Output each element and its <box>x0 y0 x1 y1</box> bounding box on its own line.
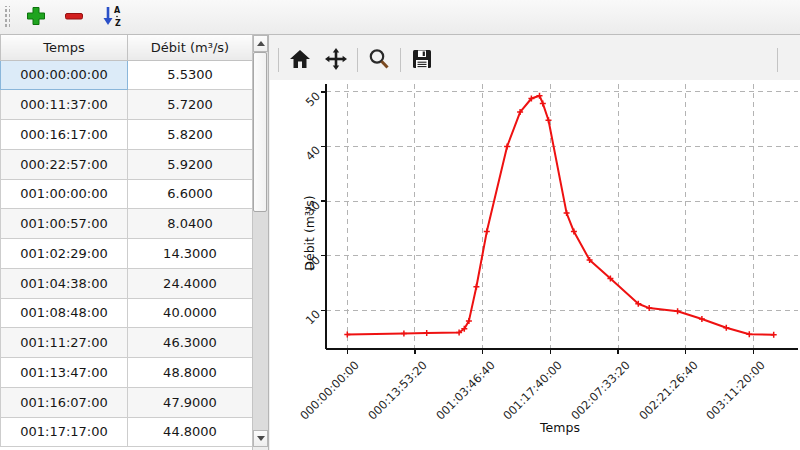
cell-debit[interactable]: 48.8000 <box>128 358 253 388</box>
x-axis-label: Temps <box>540 420 580 435</box>
cell-temps[interactable]: 001:17:17:00 <box>1 417 128 447</box>
cell-temps[interactable]: 000:16:17:00 <box>1 120 128 150</box>
chart-panel: 000:00:00:00000:13:53:20001:03:46:40001:… <box>270 35 800 450</box>
cell-temps[interactable]: 001:11:27:00 <box>1 328 128 358</box>
table-row: 001:00:00:006.6000 <box>1 179 253 209</box>
sort-az-icon: A Z <box>100 4 124 31</box>
table-row: 001:00:57:008.0400 <box>1 209 253 239</box>
toolbar-grip-handle[interactable] <box>3 6 10 28</box>
home-icon <box>288 47 312 74</box>
cell-temps[interactable]: 001:08:48:00 <box>1 298 128 328</box>
cell-temps[interactable]: 000:00:00:00 <box>1 60 128 90</box>
column-header-temps[interactable]: Temps <box>1 35 128 60</box>
sort-button[interactable]: A Z <box>98 3 126 31</box>
table-row: 001:08:48:0040.0000 <box>1 298 253 328</box>
toolbar-separator <box>357 48 358 72</box>
cell-debit[interactable]: 8.0400 <box>128 209 253 239</box>
cell-debit[interactable]: 44.8000 <box>128 417 253 447</box>
minus-icon <box>63 5 85 30</box>
cell-temps[interactable]: 000:11:37:00 <box>1 90 128 120</box>
table-row: 000:11:37:005.7200 <box>1 90 253 120</box>
cell-debit[interactable]: 5.7200 <box>128 90 253 120</box>
toolbar-separator <box>777 48 778 72</box>
cell-temps[interactable]: 001:16:07:00 <box>1 387 128 417</box>
cell-temps[interactable]: 001:00:00:00 <box>1 179 128 209</box>
cell-temps[interactable]: 001:13:47:00 <box>1 358 128 388</box>
table-row: 001:02:29:0014.3000 <box>1 239 253 269</box>
svg-text:Z: Z <box>115 19 121 28</box>
cell-temps[interactable]: 001:02:29:00 <box>1 239 128 269</box>
cell-debit[interactable]: 14.3000 <box>128 239 253 269</box>
cell-debit[interactable]: 40.0000 <box>128 298 253 328</box>
table-row: 001:11:27:0046.3000 <box>1 328 253 358</box>
cell-debit[interactable]: 46.3000 <box>128 328 253 358</box>
data-table: Temps Débit (m³/s) 000:00:00:005.5300000… <box>0 35 253 447</box>
table-panel: Temps Débit (m³/s) 000:00:00:005.5300000… <box>0 35 269 450</box>
column-header-debit[interactable]: Débit (m³/s) <box>128 35 253 60</box>
cell-temps[interactable]: 000:22:57:00 <box>1 149 128 179</box>
floppy-disk-icon <box>410 47 434 74</box>
cell-debit[interactable]: 47.9000 <box>128 387 253 417</box>
table-row: 001:17:17:0044.8000 <box>1 417 253 447</box>
pan-button[interactable] <box>321 45 351 75</box>
magnifier-icon <box>367 47 391 74</box>
down-arrow-icon <box>257 436 265 441</box>
add-row-button[interactable] <box>22 3 50 31</box>
main-toolbar: A Z <box>0 0 800 35</box>
up-arrow-icon <box>257 41 265 46</box>
remove-row-button[interactable] <box>60 3 88 31</box>
cell-debit[interactable]: 6.6000 <box>128 179 253 209</box>
chart-figure[interactable]: 000:00:00:00000:13:53:20001:03:46:40001:… <box>270 80 800 450</box>
cell-temps[interactable]: 001:00:57:00 <box>1 209 128 239</box>
svg-text:A: A <box>114 6 121 15</box>
chart-toolbar <box>270 43 800 77</box>
table-row: 000:16:17:005.8200 <box>1 120 253 150</box>
cell-debit[interactable]: 5.8200 <box>128 120 253 150</box>
table-row: 000:00:00:005.5300 <box>1 60 253 90</box>
plus-icon <box>25 5 47 30</box>
toolbar-separator <box>400 48 401 72</box>
home-button[interactable] <box>285 45 315 75</box>
scrollbar-track[interactable] <box>253 52 268 430</box>
vertical-scrollbar[interactable] <box>252 35 268 450</box>
scroll-up-button[interactable] <box>253 35 268 52</box>
save-button[interactable] <box>407 45 437 75</box>
cell-debit[interactable]: 5.9200 <box>128 149 253 179</box>
move-icon <box>324 47 348 74</box>
cell-debit[interactable]: 24.4000 <box>128 268 253 298</box>
table-row: 001:13:47:0048.8000 <box>1 358 253 388</box>
app-window: A Z Temps Débit (m³/s) 000:00:00:005.530… <box>0 0 800 450</box>
cell-temps[interactable]: 001:04:38:00 <box>1 268 128 298</box>
scrollbar-thumb[interactable] <box>253 52 267 212</box>
table-row: 001:04:38:0024.4000 <box>1 268 253 298</box>
toolbar-separator <box>278 48 279 72</box>
y-axis-label: Débit (m³/s) <box>302 195 317 270</box>
cell-debit[interactable]: 5.5300 <box>128 60 253 90</box>
zoom-button[interactable] <box>364 45 394 75</box>
table-row: 000:22:57:005.9200 <box>1 149 253 179</box>
scroll-down-button[interactable] <box>253 430 268 447</box>
table-row: 001:16:07:0047.9000 <box>1 387 253 417</box>
table-header-row: Temps Débit (m³/s) <box>1 35 253 60</box>
